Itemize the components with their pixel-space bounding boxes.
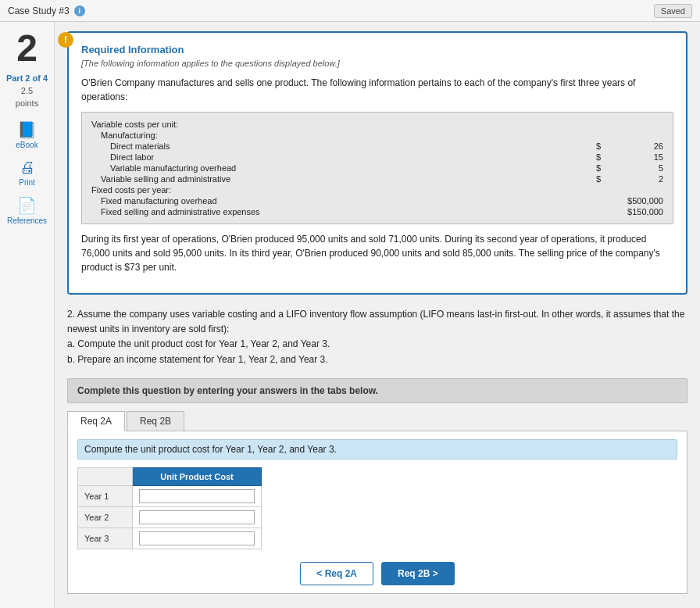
cost-table: Variable costs per unit: Manufacturing: … (81, 112, 673, 224)
ebook-icon: 📘 (17, 120, 37, 139)
tab-req2a[interactable]: Req 2A (67, 411, 125, 431)
ebook-button[interactable]: 📘 eBook (16, 120, 38, 149)
print-label: Print (19, 178, 35, 187)
points-label: 2.5 (21, 86, 33, 95)
direct-labor-symbol: $ (590, 152, 601, 162)
manufacturing-row: Manufacturing: (91, 130, 663, 141)
fixed-header-row: Fixed costs per year: (91, 184, 663, 195)
var-selling-label: Variable selling and administrative (101, 174, 590, 184)
part-label: Part 2 of 4 (6, 73, 48, 83)
year2-label: Year 2 (78, 506, 133, 528)
table-row: Year 2 (78, 506, 262, 528)
direct-materials-label: Direct materials (110, 141, 590, 151)
ebook-label: eBook (16, 141, 38, 149)
fixed-mfg-row: Fixed manufacturing overhead $500,000 (91, 195, 663, 206)
nav-buttons: < Req 2A Req 2B > (77, 562, 677, 585)
references-icon: 📄 (17, 196, 37, 215)
table-row: Year 3 (78, 528, 262, 549)
unit-product-cost-header: Unit Product Cost (133, 467, 262, 485)
fixed-costs-header: Fixed costs per year: (91, 185, 663, 195)
var-mfg-label: Variable manufacturing overhead (110, 163, 590, 173)
direct-materials-value: 26 (601, 141, 663, 151)
var-mfg-row: Variable manufacturing overhead $ 5 (91, 163, 663, 173)
exclamation-icon: ! (58, 32, 73, 48)
saved-badge: Saved (654, 4, 692, 18)
var-selling-symbol: $ (590, 174, 601, 184)
table-row: Year 1 (78, 485, 262, 506)
direct-labor-row: Direct labor $ 15 (91, 152, 663, 163)
cost-header-row: Variable costs per unit: (91, 119, 663, 130)
question-line3: b. Prepare an income statement for Year … (67, 352, 688, 367)
content-area: ! Required Information [The following in… (55, 22, 700, 608)
tab-description: Compute the unit product cost for Year 1… (77, 439, 677, 460)
page-title-area: Case Study #3 i (8, 5, 85, 16)
fixed-mfg-value: $500,000 (601, 196, 663, 206)
required-info-paragraph: O'Brien Company manufactures and sells o… (81, 76, 673, 104)
page-title: Case Study #3 (8, 5, 70, 16)
variable-costs-header: Variable costs per unit: (91, 120, 663, 129)
references-label: References (7, 216, 47, 225)
question-line2: a. Compute the unit product cost for Yea… (67, 337, 688, 352)
main-layout: 2 Part 2 of 4 2.5 points 📘 eBook 🖨 Print… (0, 22, 700, 608)
fixed-selling-row: Fixed selling and administrative expense… (91, 206, 663, 217)
var-selling-value: 2 (601, 174, 663, 184)
manufacturing-label: Manufacturing: (101, 131, 663, 140)
operations-text: During its first year of operations, O'B… (81, 232, 673, 274)
var-mfg-symbol: $ (590, 163, 601, 173)
print-button[interactable]: 🖨 Print (19, 159, 35, 187)
direct-labor-label: Direct labor (110, 152, 590, 162)
direct-materials-row: Direct materials $ 26 (91, 141, 663, 152)
required-info-title: Required Information (81, 44, 673, 55)
year3-input[interactable] (139, 531, 255, 545)
empty-header (78, 467, 133, 485)
back-button[interactable]: < Req 2A (300, 562, 373, 585)
references-button[interactable]: 📄 References (7, 196, 47, 225)
year2-value-cell (133, 506, 262, 528)
var-mfg-value: 5 (601, 163, 663, 173)
unit-cost-table: Unit Product Cost Year 1 Year 2 (77, 467, 262, 549)
print-icon: 🖨 (20, 159, 35, 177)
year3-label: Year 3 (78, 528, 133, 549)
required-info-subtitle: [The following information applies to th… (81, 59, 673, 68)
sidebar: 2 Part 2 of 4 2.5 points 📘 eBook 🖨 Print… (0, 22, 55, 608)
tabs-row: Req 2A Req 2B (67, 411, 688, 431)
question-line1: 2. Assume the company uses variable cost… (67, 307, 688, 337)
direct-labor-value: 15 (601, 152, 663, 162)
top-bar: Case Study #3 i Saved (0, 0, 700, 22)
fixed-mfg-label: Fixed manufacturing overhead (101, 196, 601, 206)
year1-label: Year 1 (78, 485, 133, 506)
direct-materials-symbol: $ (590, 141, 601, 151)
info-icon[interactable]: i (74, 5, 85, 16)
year3-value-cell (133, 528, 262, 549)
fixed-selling-label: Fixed selling and administrative expense… (101, 207, 601, 216)
year2-input[interactable] (139, 510, 255, 524)
fixed-selling-value: $150,000 (601, 207, 663, 216)
tab-content: Compute the unit product cost for Year 1… (67, 431, 688, 594)
points-suffix: points (16, 98, 38, 108)
complete-banner: Complete this question by entering your … (67, 378, 688, 403)
tab-req2b[interactable]: Req 2B (127, 411, 184, 431)
required-info-box: ! Required Information [The following in… (67, 31, 688, 295)
forward-button[interactable]: Req 2B > (381, 562, 455, 585)
year1-input[interactable] (139, 489, 255, 503)
step-number: 2 (16, 30, 38, 67)
question-text: 2. Assume the company uses variable cost… (67, 307, 688, 367)
year1-value-cell (133, 485, 262, 506)
var-selling-row: Variable selling and administrative $ 2 (91, 173, 663, 184)
